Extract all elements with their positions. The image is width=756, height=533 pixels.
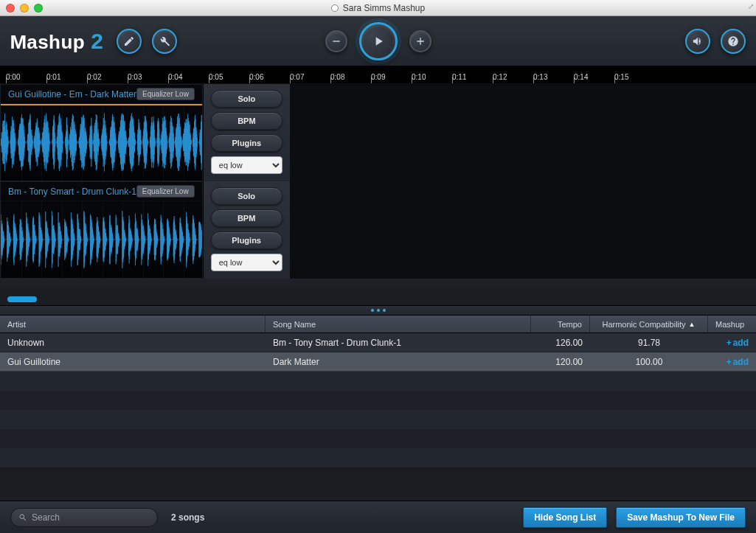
timeline-scrollbar[interactable] — [0, 293, 756, 305]
volume-button[interactable] — [685, 29, 710, 54]
cell-tempo: 120.00 — [531, 357, 590, 367]
bpm-button[interactable]: BPM — [211, 209, 282, 227]
settings-button[interactable] — [152, 29, 177, 54]
scrollbar-thumb[interactable] — [7, 296, 37, 302]
waveform[interactable] — [1, 104, 202, 181]
add-to-mashup-button[interactable]: +add — [726, 357, 749, 367]
help-button[interactable] — [721, 29, 746, 54]
bpm-button[interactable]: BPM — [211, 112, 282, 130]
col-tempo[interactable]: Tempo — [531, 316, 590, 332]
plus-icon — [415, 35, 426, 47]
search-field[interactable] — [10, 508, 158, 527]
plugins-button[interactable]: Plugins — [211, 231, 282, 249]
cell-artist: Unknown — [0, 338, 266, 348]
ruler-tick: 0:02 — [87, 66, 128, 83]
add-to-mashup-button[interactable]: +add — [726, 338, 749, 348]
cell-tempo: 126.00 — [531, 338, 590, 348]
ruler-tick: 0:12 — [493, 66, 533, 83]
edit-button[interactable] — [117, 29, 142, 54]
zoom-out-button[interactable] — [325, 30, 347, 52]
ruler-tick: 0:14 — [574, 66, 614, 83]
cell-song: Bm - Tony Smart - Drum Clunk-1 — [266, 338, 531, 348]
track-title: Gui Guillotine - Em - Dark Matter — [8, 89, 136, 100]
play-icon — [371, 34, 386, 49]
expand-icon: ⤢ — [748, 2, 754, 10]
song-count-label: 2 songs — [171, 512, 204, 523]
help-icon — [727, 35, 739, 47]
track-row: Gui Guillotine - Em - Dark MatterEqualiz… — [0, 84, 756, 181]
ruler-tick: 0:00 — [6, 66, 46, 83]
search-input[interactable] — [32, 512, 150, 523]
close-window-button[interactable] — [6, 4, 15, 13]
cell-harmonic: 91.78 — [590, 338, 708, 348]
loop-marker[interactable] — [1, 104, 202, 105]
table-row[interactable]: Gui GuillotineDark Matter120.00100.00+ad… — [0, 352, 756, 372]
window-title: Sara Simms Mashup — [343, 3, 425, 13]
ruler-tick: 0:01 — [46, 66, 87, 83]
track-header: Bm - Tony Smart - Drum Clunk-1Equalizer … — [1, 182, 202, 201]
eq-select[interactable]: eq low — [211, 156, 282, 174]
col-harmonic[interactable]: Harmonic Compatibility ▲ — [590, 316, 708, 332]
ruler-tick: 0:04 — [168, 66, 209, 83]
minimize-window-button[interactable] — [20, 4, 29, 13]
table-empty-area — [0, 372, 756, 467]
app-logo: Mashup 2 — [10, 29, 103, 54]
eq-select[interactable]: eq low — [211, 254, 282, 271]
track-controls: SoloBPMPluginseq low — [203, 84, 290, 181]
play-button[interactable] — [359, 22, 398, 60]
cell-song: Dark Matter — [266, 357, 531, 367]
audio-track[interactable]: Bm - Tony Smart - Drum Clunk-1Equalizer … — [0, 181, 203, 279]
ruler-tick: 0:15 — [614, 66, 655, 83]
cell-harmonic: 100.00 — [590, 357, 708, 367]
edit-icon — [123, 35, 135, 47]
sort-asc-icon: ▲ — [689, 321, 696, 328]
footer-bar: 2 songs Hide Song List Save Mashup To Ne… — [0, 501, 756, 533]
zoom-in-button[interactable] — [409, 30, 431, 52]
ruler-tick: 0:07 — [290, 66, 330, 83]
eq-badge: Equalizer Low — [136, 185, 195, 198]
cell-mashup: +add — [708, 338, 756, 348]
col-mashup[interactable]: Mashup — [708, 316, 756, 332]
audio-track[interactable]: Gui Guillotine - Em - Dark MatterEqualiz… — [0, 84, 203, 181]
eq-badge: Equalizer Low — [136, 88, 195, 100]
speaker-icon — [692, 35, 704, 47]
wrench-icon — [159, 35, 170, 47]
track-row: Bm - Tony Smart - Drum Clunk-1Equalizer … — [0, 181, 756, 279]
ruler-tick: 0:06 — [249, 66, 290, 83]
solo-button[interactable]: Solo — [211, 187, 282, 205]
ruler-tick: 0:05 — [209, 66, 249, 83]
table-header: Artist Song Name Tempo Harmonic Compatib… — [0, 316, 756, 333]
pane-divider[interactable] — [0, 305, 756, 316]
hide-song-list-button[interactable]: Hide Song List — [523, 507, 607, 528]
minus-icon — [330, 35, 342, 47]
plugins-button[interactable]: Plugins — [211, 134, 282, 152]
save-mashup-button[interactable]: Save Mashup To New File — [616, 507, 746, 528]
ruler-tick: 0:03 — [128, 66, 168, 83]
search-icon — [18, 513, 27, 522]
ruler-tick: 0:08 — [330, 66, 371, 83]
col-artist[interactable]: Artist — [0, 316, 266, 332]
timeline-ruler[interactable]: 0:000:010:020:030:040:050:060:070:080:09… — [0, 66, 756, 84]
main-toolbar: Mashup 2 — [0, 16, 756, 66]
track-controls: SoloBPMPluginseq low — [203, 181, 290, 279]
document-proxy-icon — [331, 4, 339, 12]
ruler-tick: 0:11 — [452, 66, 493, 83]
cell-mashup: +add — [708, 357, 756, 367]
window-titlebar: Sara Simms Mashup ⤢ — [0, 0, 756, 16]
zoom-window-button[interactable] — [34, 4, 43, 13]
svg-rect-0 — [333, 41, 339, 41]
song-list-table: Artist Song Name Tempo Harmonic Compatib… — [0, 316, 756, 467]
waveform[interactable] — [1, 201, 202, 278]
cell-artist: Gui Guillotine — [0, 357, 266, 367]
solo-button[interactable]: Solo — [211, 90, 282, 108]
track-title: Bm - Tony Smart - Drum Clunk-1 — [8, 187, 136, 197]
table-row[interactable]: UnknownBm - Tony Smart - Drum Clunk-1126… — [0, 333, 756, 352]
col-song[interactable]: Song Name — [266, 316, 531, 332]
ruler-tick: 0:13 — [533, 66, 574, 83]
ruler-tick: 0:09 — [371, 66, 412, 83]
ruler-tick: 0:10 — [412, 66, 452, 83]
track-header: Gui Guillotine - Em - Dark MatterEqualiz… — [1, 85, 202, 104]
